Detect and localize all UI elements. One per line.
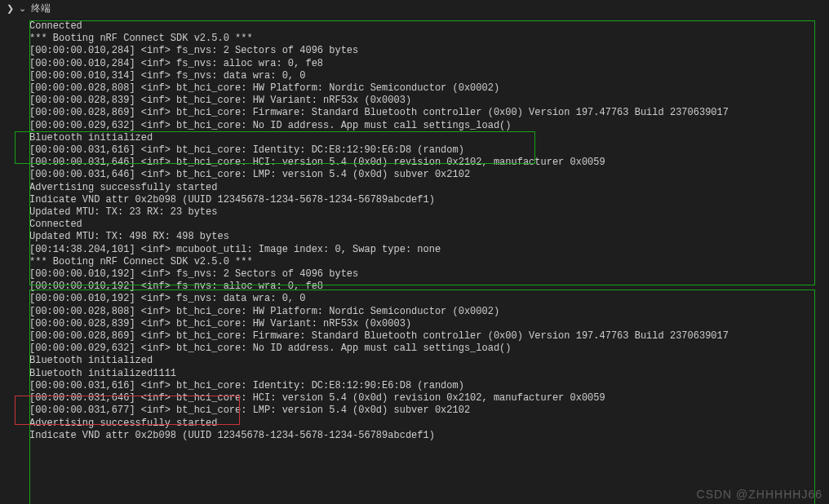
log-line: *** Booting nRF Connect SDK v2.5.0 ***: [29, 256, 829, 268]
chevron-down-icon[interactable]: ⌄: [19, 3, 26, 14]
log-line: Updated MTU: TX: 23 RX: 23 bytes: [29, 206, 829, 219]
log-line: [00:00:00.031,646] <inf> bt_hci_core: LM…: [29, 169, 829, 181]
log-line: *** Booting nRF Connect SDK v2.5.0 ***: [29, 33, 829, 45]
log-line: [00:00:00.028,808] <inf> bt_hci_core: HW…: [29, 82, 829, 95]
log-line: [00:00:00.028,839] <inf> bt_hci_core: HW…: [29, 318, 829, 330]
log-line: Bluetooth initialized: [29, 355, 829, 367]
log-line: [00:00:00.028,808] <inf> bt_hci_core: HW…: [29, 306, 829, 318]
log-line: [00:00:00.028,869] <inf> bt_hci_core: Fi…: [29, 107, 829, 119]
terminal-tab-label[interactable]: 终端: [31, 2, 51, 15]
watermark-text: CSDN @ZHHHHHJ66: [697, 488, 822, 501]
terminal-panel-header: ❯ ⌄ 终端: [0, 0, 829, 17]
log-line: [00:00:00.031,646] <inf> bt_hci_core: HC…: [29, 157, 829, 169]
log-line: [00:00:00.029,632] <inf> bt_hci_core: No…: [29, 120, 829, 132]
log-line: [00:00:00.031,616] <inf> bt_hci_core: Id…: [29, 380, 829, 392]
log-line: [00:00:00.029,632] <inf> bt_hci_core: No…: [29, 343, 829, 355]
chevron-right-icon[interactable]: ❯: [7, 3, 14, 14]
log-line: [00:00:00.010,192] <inf> fs_nvs: alloc w…: [29, 281, 829, 293]
log-line: [00:00:00.010,192] <inf> fs_nvs: data wr…: [29, 293, 829, 305]
log-line: Advertising successfully started: [29, 418, 829, 430]
log-line: Advertising successfully started: [29, 182, 829, 194]
terminal-output[interactable]: Connected *** Booting nRF Connect SDK v2…: [0, 17, 829, 445]
log-line: [00:00:00.010,314] <inf> fs_nvs: data wr…: [29, 70, 829, 82]
log-line: [00:00:00.031,616] <inf> bt_hci_core: Id…: [29, 144, 829, 157]
log-line: [00:14:38.204,101] <inf> mcuboot_util: I…: [29, 244, 829, 256]
log-line: [00:00:00.028,869] <inf> bt_hci_core: Fi…: [29, 330, 829, 343]
log-line: Updated MTU: TX: 498 RX: 498 bytes: [29, 231, 829, 243]
log-line: Bluetooth initialized1111: [29, 368, 829, 380]
log-line: [00:00:00.010,284] <inf> fs_nvs: 2 Secto…: [29, 45, 829, 57]
log-line: [00:00:00.028,839] <inf> bt_hci_core: HW…: [29, 95, 829, 107]
log-line: Bluetooth initialized: [29, 132, 829, 144]
log-line: Indicate VND attr 0x2b098 (UUID 12345678…: [29, 194, 829, 206]
log-line: Indicate VND attr 0x2b098 (UUID 12345678…: [29, 430, 829, 442]
log-line: [00:00:00.010,192] <inf> fs_nvs: 2 Secto…: [29, 268, 829, 281]
log-line: [00:00:00.031,677] <inf> bt_hci_core: LM…: [29, 405, 829, 417]
log-line: [00:00:00.010,284] <inf> fs_nvs: alloc w…: [29, 58, 829, 70]
log-line: Connected: [29, 219, 829, 231]
log-line: Connected: [29, 20, 829, 33]
log-line: [00:00:00.031,646] <inf> bt_hci_core: HC…: [29, 392, 829, 405]
